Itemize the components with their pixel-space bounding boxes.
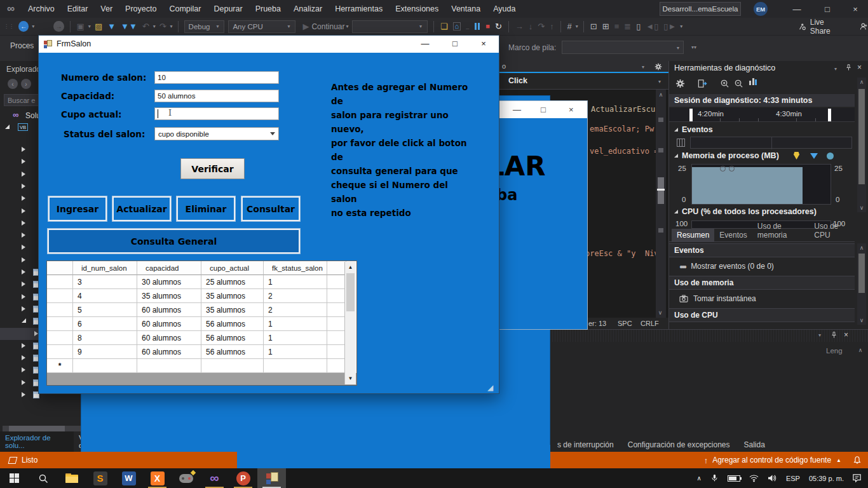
debug-target-dropdown[interactable]: ▾ bbox=[352, 20, 428, 33]
toolbar-options-caret[interactable]: ▾▾ bbox=[691, 44, 696, 50]
menu-prueba[interactable]: Prueba bbox=[249, 0, 287, 18]
tab-resumen[interactable]: Resumen bbox=[672, 229, 714, 241]
timeline-ruler[interactable]: 4:20min 4:30min bbox=[669, 108, 855, 122]
grid-corner-header[interactable] bbox=[47, 261, 73, 275]
restart-button[interactable]: ↻ bbox=[495, 22, 502, 30]
tab-uso-de-cpu[interactable]: Uso de CPU bbox=[809, 220, 855, 241]
grid-cell[interactable] bbox=[327, 303, 346, 317]
window-close-button[interactable]: × bbox=[843, 0, 868, 18]
grid-cell[interactable] bbox=[327, 289, 346, 303]
undo-button[interactable]: ↶ bbox=[142, 22, 149, 30]
menu-compilar[interactable]: Compilar bbox=[163, 0, 207, 18]
tab-output[interactable]: Salida bbox=[744, 440, 765, 449]
status-salon-dropdown[interactable]: cupo disponible bbox=[154, 127, 279, 140]
microphone-icon[interactable] bbox=[710, 473, 719, 483]
scroll-down-icon[interactable]: ∨ bbox=[857, 205, 866, 211]
grid-cell[interactable]: 60 alumnos bbox=[137, 331, 201, 345]
visual-studio-button[interactable]: ∞ bbox=[200, 468, 229, 488]
grid-cell[interactable]: 1 bbox=[264, 331, 327, 345]
grid-cell[interactable]: 30 alumnos bbox=[137, 275, 201, 289]
grid-cell[interactable] bbox=[327, 331, 346, 345]
grid-column-header[interactable]: capacidad bbox=[137, 261, 201, 275]
grid-cell[interactable]: 35 alumnos bbox=[201, 303, 264, 317]
window-minimize-button[interactable]: — bbox=[513, 105, 521, 114]
menu-ver[interactable]: Ver bbox=[94, 0, 119, 18]
grid-cell[interactable]: 4 bbox=[73, 289, 137, 303]
collapsed-chevron-icon[interactable] bbox=[22, 343, 25, 348]
solution-config-dropdown[interactable]: Debug▾ bbox=[184, 20, 225, 33]
editor-scrollbar[interactable]: ∧ ∨ bbox=[656, 90, 666, 318]
scroll-up-icon[interactable]: ∧ bbox=[857, 79, 866, 85]
grid-cell[interactable]: 25 alumnos bbox=[201, 275, 264, 289]
game-bar-button[interactable] bbox=[172, 468, 200, 488]
add-to-source-control-button[interactable]: ↑ Agregar al control de código fuente ▲ bbox=[704, 456, 862, 465]
continue-play-icon[interactable]: ▶ bbox=[302, 22, 309, 30]
explorer-horizontal-scrollbar[interactable] bbox=[3, 426, 84, 431]
feedback-person-icon[interactable] bbox=[859, 22, 868, 31]
collapsed-chevron-icon[interactable] bbox=[22, 220, 25, 226]
word-button[interactable]: W bbox=[114, 468, 143, 488]
powerpoint-button[interactable]: P bbox=[229, 468, 257, 488]
navigate-back-button[interactable]: ← bbox=[18, 21, 29, 32]
stack-frame-dropdown[interactable]: ▾ bbox=[562, 41, 684, 54]
action-center-icon[interactable] bbox=[852, 473, 862, 483]
pin-icon[interactable] bbox=[831, 332, 837, 339]
scroll-up-icon[interactable]: ∧ bbox=[656, 92, 666, 98]
zoom-in-icon[interactable] bbox=[720, 79, 729, 88]
documents-icon[interactable]: ❏ bbox=[440, 22, 448, 30]
menu-ventana[interactable]: Ventana bbox=[445, 0, 487, 18]
tab-uso-de-memoria[interactable]: Uso de memoria bbox=[752, 220, 810, 241]
grid-row-header[interactable] bbox=[47, 303, 73, 317]
show-next-statement-icon[interactable]: → bbox=[515, 22, 524, 30]
prev-bookmark-icon[interactable]: ◄▯ bbox=[646, 22, 658, 30]
navigate-doc2-icon[interactable]: ⊞ bbox=[602, 22, 609, 30]
grid-row-header[interactable] bbox=[47, 317, 73, 331]
menu-herramientas[interactable]: Herramientas bbox=[329, 0, 389, 18]
menu-depurar[interactable]: Depurar bbox=[207, 0, 248, 18]
collapsed-chevron-icon[interactable] bbox=[22, 172, 25, 177]
redo-button[interactable]: ↷ bbox=[159, 22, 166, 30]
explorer-forward-button[interactable]: › bbox=[21, 79, 31, 89]
language-indicator[interactable]: ESP bbox=[786, 475, 800, 482]
window-minimize-button[interactable]: — bbox=[784, 0, 810, 18]
grid-cell[interactable]: 56 alumnos bbox=[201, 331, 264, 345]
redo-caret[interactable]: ▾ bbox=[170, 24, 173, 29]
speaker-icon[interactable] bbox=[768, 474, 777, 482]
open-folder-button[interactable]: ▨ bbox=[95, 22, 102, 30]
ingresar-button[interactable]: Ingresar bbox=[48, 196, 107, 221]
editor-settings-gear-icon[interactable] bbox=[654, 63, 662, 71]
collapsed-chevron-icon[interactable] bbox=[22, 233, 25, 238]
panel-close-icon[interactable]: × bbox=[844, 330, 848, 339]
window-resize-grip[interactable]: ◢ bbox=[487, 383, 496, 391]
menu-archivo[interactable]: Archivo bbox=[22, 0, 61, 18]
collapsed-chevron-icon[interactable] bbox=[22, 147, 25, 152]
tray-chevron-up-icon[interactable]: ∧ bbox=[697, 475, 702, 482]
xampp-button[interactable]: X bbox=[143, 468, 172, 488]
grid-cell[interactable]: 9 bbox=[73, 345, 137, 359]
menu-proyecto[interactable]: Proyecto bbox=[119, 0, 163, 18]
grid-row-header[interactable]: * bbox=[47, 359, 73, 373]
clock[interactable]: 05:39 p. m. bbox=[809, 475, 844, 482]
grid-cell[interactable]: 60 alumnos bbox=[137, 317, 201, 331]
consultar-button[interactable]: Consultar bbox=[241, 196, 300, 221]
panel-dropdown-caret[interactable]: ▾ bbox=[834, 66, 837, 72]
bookmark-icon[interactable]: ▯ bbox=[636, 22, 641, 30]
tab-exception-settings[interactable]: Configuración de excepciones bbox=[628, 440, 730, 449]
menu-ayuda[interactable]: Ayuda bbox=[487, 0, 522, 18]
cpu-section-header[interactable]: CPU (% de todos los procesadores) bbox=[674, 207, 817, 216]
grid-column-header[interactable]: cupo_actual bbox=[201, 261, 264, 275]
panel-dropdown-caret[interactable]: ▾ bbox=[818, 332, 821, 338]
grid-cell[interactable]: 1 bbox=[264, 345, 327, 359]
panel-close-icon[interactable]: × bbox=[857, 63, 862, 72]
tab-eventos[interactable]: Eventos bbox=[714, 229, 752, 241]
grid-cell[interactable]: 60 alumnos bbox=[137, 303, 201, 317]
indent-increase-icon[interactable]: ≣ bbox=[624, 22, 631, 30]
bookmark-caret[interactable]: ▾ bbox=[680, 24, 682, 29]
collapsed-chevron-icon[interactable] bbox=[22, 281, 25, 287]
verificar-button[interactable]: Verificar bbox=[180, 158, 245, 179]
collapsed-chevron-icon[interactable] bbox=[22, 306, 25, 311]
grid-cell[interactable]: 35 alumnos bbox=[201, 289, 264, 303]
frmsalon-minimize-button[interactable]: — bbox=[419, 39, 431, 48]
grid-scroll-up-button[interactable]: ▲ bbox=[345, 262, 356, 272]
collapsed-chevron-icon[interactable] bbox=[22, 367, 25, 372]
